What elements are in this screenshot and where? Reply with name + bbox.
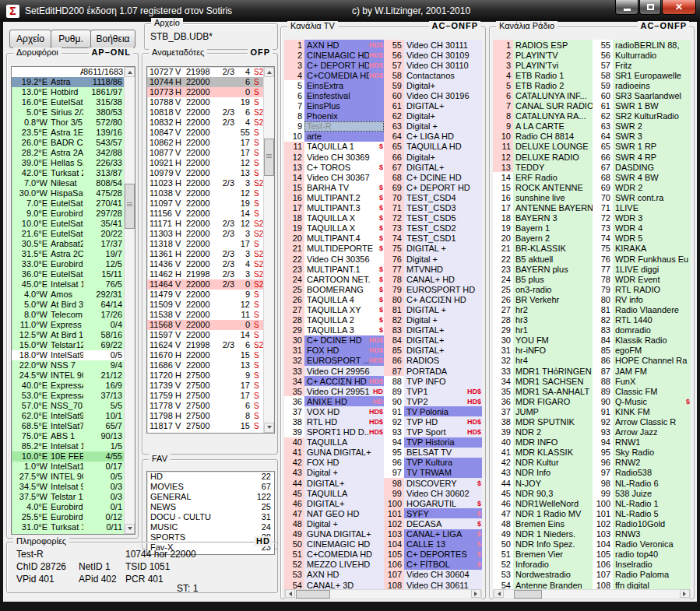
channel-row[interactable]: 5ETB Radio 2: [493, 80, 593, 90]
channel-row[interactable]: 59radioeins: [593, 80, 691, 90]
satellite-row[interactable]: 31.0°ETurksat 1C0/11: [12, 522, 124, 532]
channel-row[interactable]: 21BR-KLASSIK: [493, 244, 593, 254]
channel-row[interactable]: 35MDR1 SA-ANHALT: [493, 386, 593, 396]
channel-row[interactable]: 76Digital +: [384, 254, 482, 264]
satellite-row[interactable]: 37.5°WTelstar 11N0/3: [12, 492, 124, 502]
channel-row[interactable]: 61DIGITAL+: [384, 101, 482, 111]
satellite-row[interactable]: 34.5°WIntelsat 9030/3: [12, 482, 124, 492]
transponder-row[interactable]: 11097V2200019S: [147, 198, 263, 209]
channel-row[interactable]: 42NDR Kultur: [493, 458, 593, 468]
transponder-row[interactable]: 11817V2750015S: [147, 421, 263, 431]
channel-row[interactable]: 28hr3: [493, 315, 593, 325]
satellite-row[interactable]: 30.5°EArabsat2B17/37: [12, 239, 124, 249]
channel-row[interactable]: 94RNW1: [593, 437, 691, 448]
channel-row[interactable]: 75KIRAKA: [593, 244, 691, 254]
channel-row[interactable]: 101SYFY$: [384, 508, 482, 518]
channel-row[interactable]: 106C+ FÍTBOL$: [384, 560, 482, 570]
transponder-row[interactable]: 11624V219982/36S28: [147, 340, 263, 350]
channel-row[interactable]: 31hr-iNFO: [493, 346, 593, 356]
channel-row[interactable]: 27hr2: [493, 304, 593, 314]
channel-row[interactable]: 91TV Polonia: [384, 406, 482, 416]
channel-row[interactable]: 81DIGITAL +: [384, 304, 482, 314]
satellite-row[interactable]: 15.0°WTelstar1269/22: [12, 340, 124, 350]
channel-row[interactable]: 96TVP Kultura: [384, 458, 482, 468]
channel-row[interactable]: 45NDR 90,3: [493, 488, 593, 498]
channel-row[interactable]: 105radio top40: [593, 550, 691, 560]
satellite-row[interactable]: 7.0°WNilesat808/54: [12, 178, 124, 188]
transponder-row[interactable]: 11720H275009S: [147, 370, 263, 381]
channel-row[interactable]: 92Arrow Classic R: [593, 416, 691, 427]
satellite-row[interactable]: 5.0°WAt Bird 364/14: [12, 300, 124, 310]
channel-row[interactable]: 10Radio CH 8814: [493, 132, 593, 142]
channel-row[interactable]: 83DIGITAL+: [384, 325, 482, 335]
scroll-left-icon[interactable]: [285, 589, 295, 598]
channel-row[interactable]: 64C+ LIGA HD: [384, 132, 482, 142]
transponder-row[interactable]: 11361H220002/33S28: [147, 249, 263, 259]
channel-row[interactable]: 32EUROSPORT ...HD$: [284, 356, 384, 366]
file-menu-button[interactable]: Αρχείο: [9, 30, 51, 48]
channel-row[interactable]: 85DIGITAL+: [384, 346, 482, 356]
transponder-row[interactable]: 11759H2750017S: [147, 391, 263, 401]
scroll-down-icon[interactable]: [125, 524, 135, 534]
channel-row[interactable]: 18TAQUILLA X$: [284, 213, 384, 223]
channel-row[interactable]: 19TAQUILLA X$: [284, 223, 384, 234]
channel-row[interactable]: 98DISCOVERY$: [384, 478, 482, 488]
channel-row[interactable]: 11DELUXE LOUNGE: [493, 142, 593, 152]
channel-row[interactable]: 17MULTIPANT.3$: [284, 203, 384, 213]
close-button[interactable]: ✕: [662, 0, 696, 15]
satellite-row[interactable]: 33.0°EEurobird 312/5: [12, 259, 124, 269]
channel-row[interactable]: 35Video CH 29951HD: [284, 386, 384, 396]
fav-row[interactable]: MOVIES67: [147, 482, 274, 492]
channel-row[interactable]: 34MDR1 SACHSEN: [493, 376, 593, 386]
transponder-row[interactable]: 11479V220009S: [147, 290, 263, 300]
transponder-row[interactable]: 10921H2200012S: [147, 158, 263, 168]
channel-row[interactable]: 49NDR 1 Nieders.: [493, 529, 593, 539]
satellite-row[interactable]: 19.2°EAstra1118/86: [12, 77, 124, 87]
channel-row[interactable]: 91KINK FM: [593, 406, 691, 416]
channel-row[interactable]: 66Digital+: [384, 152, 482, 162]
channel-row[interactable]: 43Digital +: [284, 468, 384, 478]
channel-row[interactable]: 48Bremen Eins: [493, 518, 593, 528]
channel-row[interactable]: 1AXN HDHD$: [284, 40, 384, 50]
channel-row[interactable]: 49GUNA DIGITAL+: [284, 529, 384, 539]
channel-row[interactable]: 74TEST_CSD1: [384, 234, 482, 244]
satellite-row[interactable]: 13.0°EHotbird1861/97: [12, 87, 124, 97]
satellite-row[interactable]: 31.5°EAstra 2C19/7: [12, 249, 124, 259]
channel-row[interactable]: 46DIGITAL+: [284, 498, 384, 508]
radio-channel-column-2[interactable]: 55radioBERLIN 88,56Kulturradio57Fritz58S…: [593, 40, 691, 590]
channel-row[interactable]: 38MDR SPUTNIK: [493, 416, 593, 427]
channel-row[interactable]: 82Digital +: [384, 315, 482, 325]
channel-row[interactable]: 33Video CH 29956: [284, 366, 384, 376]
channel-row[interactable]: 88TVP INFO: [384, 376, 482, 386]
satellite-row[interactable]: 40.0°EExpressAM116/9: [12, 381, 124, 391]
channel-row[interactable]: 63Digital +: [384, 121, 482, 132]
fav-row[interactable]: DOCU - CULTU31: [147, 512, 274, 522]
transponder-row[interactable]: 10788V2200019S: [147, 97, 263, 107]
channel-row[interactable]: 20MULTIPANT.4$: [284, 234, 384, 244]
satellite-row[interactable]: 4.0°EEurobird 4A0/1: [12, 502, 124, 512]
channel-row[interactable]: 56Kulturradio: [593, 50, 691, 60]
channel-row[interactable]: 9A LA CARTE: [493, 121, 593, 132]
satellite-row[interactable]: 85.2°EIntelsat 151/5: [12, 441, 124, 451]
channel-row[interactable]: 711LIVE: [593, 203, 691, 213]
channel-row[interactable]: 100HOGARUTIL$: [384, 498, 482, 508]
channel-row[interactable]: 87PORTADA: [384, 366, 482, 376]
satellite-row[interactable]: 39.0°EHellas Sat226/33: [12, 158, 124, 168]
channel-row[interactable]: 24CARTOON NET.$: [284, 274, 384, 284]
channel-row[interactable]: 84DIGITAL+: [384, 335, 482, 346]
fav-row[interactable]: HD22: [147, 472, 274, 482]
channel-row[interactable]: 21MULTIDEPORTE$: [284, 244, 384, 254]
channel-row[interactable]: 88FunX: [593, 376, 691, 386]
channel-row[interactable]: 3PLAYIN'Tvi: [493, 60, 593, 70]
channel-row[interactable]: 77MTVNHD: [384, 264, 482, 274]
transponder-row[interactable]: 11597V2200014S: [147, 330, 263, 340]
transponder-row[interactable]: 11023H220002/33S28: [147, 178, 263, 188]
channel-row[interactable]: 41MDR KLASSIK: [493, 448, 593, 458]
channel-row[interactable]: 69WDR 2: [593, 182, 691, 192]
satellite-row[interactable]: 75.0°EABS 190/13: [12, 431, 124, 441]
transponder-row[interactable]: 11156V2200014S: [147, 209, 263, 219]
transponder-row[interactable]: 10877V2200017S: [147, 148, 263, 158]
channel-row[interactable]: 73TEST_CSD2: [384, 223, 482, 234]
channel-row[interactable]: 81Radio Vlaandere: [593, 304, 691, 314]
channel-row[interactable]: 102DECASA$: [384, 518, 482, 528]
